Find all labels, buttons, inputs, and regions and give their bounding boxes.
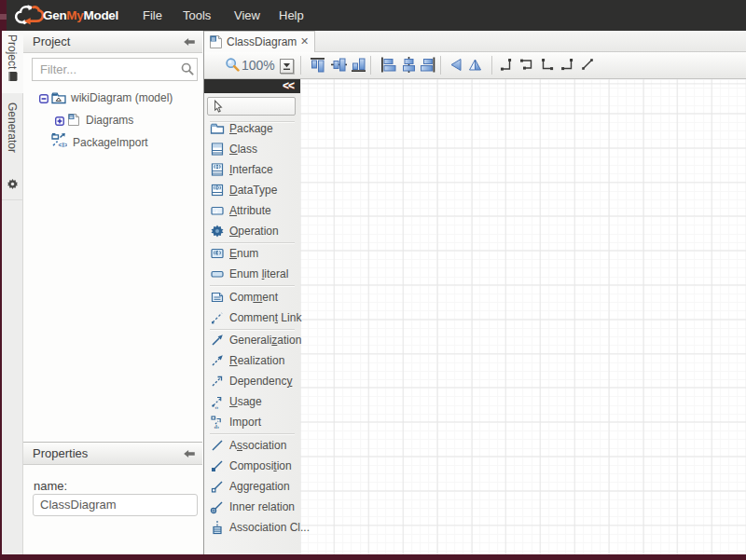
svg-text:‹›: ‹› <box>215 404 219 410</box>
svg-text:‹I›: ‹I› <box>214 424 219 430</box>
svg-text:<I>: <I> <box>59 142 67 148</box>
